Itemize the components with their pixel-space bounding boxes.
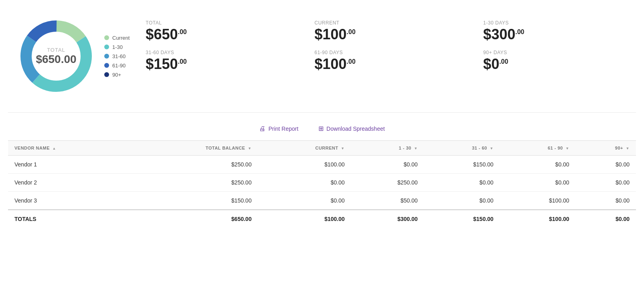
- legend-dot-1-30: [104, 45, 109, 49]
- sort-asc-icon: ▲: [53, 146, 56, 150]
- legend-label-61-90: 61-90: [112, 63, 126, 69]
- table-container: VENDOR NAME ▲ TOTAL BALANCE ▼ CURRENT ▼ …: [8, 140, 636, 228]
- stat-1-30-label: 1-30 DAYS: [483, 20, 628, 26]
- section-divider: [8, 112, 636, 113]
- cell-31-60: $150.00: [424, 156, 500, 174]
- sort-desc-icon-current: ▼: [341, 146, 344, 150]
- table-row: Vendor 2 $250.00 $0.00 $250.00 $0.00 $0.…: [8, 174, 636, 192]
- col-90plus[interactable]: 90+ ▼: [576, 141, 636, 156]
- legend-item-current: Current: [104, 35, 130, 41]
- stat-total-value: $650.00: [146, 27, 290, 42]
- sort-desc-icon-1-30: ▼: [414, 146, 417, 150]
- legend-dot-31-60: [104, 54, 109, 59]
- cell-current: $100.00: [258, 156, 351, 174]
- sort-desc-icon-total: ▼: [248, 146, 251, 150]
- cell-current: $0.00: [258, 174, 351, 192]
- cell-vendor: Vendor 2: [8, 174, 128, 192]
- cell-total: $250.00: [128, 156, 258, 174]
- top-section: TOTAL $650.00 Current 1-30 31-60: [8, 12, 636, 108]
- cell-31-60: $0.00: [424, 174, 500, 192]
- cell-total: $150.00: [128, 192, 258, 210]
- donut-total-label: TOTAL: [36, 47, 76, 53]
- col-current[interactable]: CURRENT ▼: [258, 141, 351, 156]
- col-total-balance[interactable]: TOTAL BALANCE ▼: [128, 141, 258, 156]
- stat-61-90-value: $100.00: [314, 57, 459, 71]
- stat-31-60: 31-60 DAYS $150.00: [146, 50, 290, 71]
- cell-1-30: $50.00: [351, 192, 424, 210]
- sort-desc-icon-61-90: ▼: [565, 146, 569, 150]
- legend-dot-current: [104, 35, 109, 40]
- spreadsheet-icon: ⊞: [318, 125, 324, 132]
- totals-31-60: $150.00: [424, 210, 500, 228]
- stat-current: CURRENT $100.00: [314, 20, 459, 42]
- table-row: Vendor 3 $150.00 $0.00 $50.00 $0.00 $100…: [8, 192, 636, 210]
- totals-row: TOTALS $650.00 $100.00 $300.00 $150.00 $…: [8, 210, 636, 228]
- totals-61-90: $100.00: [500, 210, 576, 228]
- cell-1-30: $0.00: [351, 156, 424, 174]
- donut-wrapper: TOTAL $650.00 Current 1-30 31-60: [16, 16, 130, 96]
- totals-current: $100.00: [258, 210, 351, 228]
- cell-61-90: $100.00: [500, 192, 576, 210]
- legend-dot-90plus: [104, 72, 109, 77]
- legend-item-61-90: 61-90: [104, 63, 130, 69]
- table-row: Vendor 1 $250.00 $100.00 $0.00 $150.00 $…: [8, 156, 636, 174]
- print-icon: 🖨: [259, 125, 265, 132]
- col-vendor-name[interactable]: VENDOR NAME ▲: [8, 141, 128, 156]
- totals-total: $650.00: [128, 210, 258, 228]
- legend-dot-61-90: [104, 63, 109, 68]
- aging-table: VENDOR NAME ▲ TOTAL BALANCE ▼ CURRENT ▼ …: [8, 141, 636, 228]
- donut-chart: TOTAL $650.00: [16, 16, 96, 96]
- cell-90plus: $0.00: [576, 156, 636, 174]
- cell-total: $250.00: [128, 174, 258, 192]
- cell-61-90: $0.00: [500, 174, 576, 192]
- stat-31-60-label: 31-60 DAYS: [146, 50, 290, 55]
- cell-vendor: Vendor 3: [8, 192, 128, 210]
- cell-90plus: $0.00: [576, 174, 636, 192]
- legend-item-31-60: 31-60: [104, 53, 130, 59]
- col-31-60[interactable]: 31 - 60 ▼: [424, 141, 500, 156]
- table-header-row: VENDOR NAME ▲ TOTAL BALANCE ▼ CURRENT ▼ …: [8, 141, 636, 156]
- legend-label-31-60: 31-60: [112, 53, 126, 59]
- totals-90plus: $0.00: [576, 210, 636, 228]
- stat-90plus: 90+ DAYS $0.00: [483, 50, 628, 71]
- cell-vendor: Vendor 1: [8, 156, 128, 174]
- print-label: Print Report: [268, 126, 298, 132]
- donut-center: TOTAL $650.00: [36, 47, 76, 66]
- download-label: Download Spreadsheet: [326, 126, 385, 132]
- chart-legend: Current 1-30 31-60 61-90 90+: [104, 35, 130, 78]
- stat-current-value: $100.00: [314, 27, 459, 42]
- cell-current: $0.00: [258, 192, 351, 210]
- col-1-30[interactable]: 1 - 30 ▼: [351, 141, 424, 156]
- stat-61-90: 61-90 DAYS $100.00: [314, 50, 459, 71]
- download-spreadsheet-button[interactable]: ⊞ Download Spreadsheet: [314, 122, 389, 135]
- stat-1-30-value: $300.00: [483, 27, 628, 42]
- cell-31-60: $0.00: [424, 192, 500, 210]
- sort-desc-icon-31-60: ▼: [490, 146, 493, 150]
- stat-current-label: CURRENT: [314, 20, 459, 26]
- totals-1-30: $300.00: [351, 210, 424, 228]
- col-61-90[interactable]: 61 - 90 ▼: [500, 141, 576, 156]
- stat-total-label: TOTAL: [146, 20, 290, 26]
- sort-desc-icon-90plus: ▼: [626, 146, 630, 150]
- stat-1-30: 1-30 DAYS $300.00: [483, 20, 628, 42]
- stat-31-60-value: $150.00: [146, 57, 290, 71]
- stat-total: TOTAL $650.00: [146, 20, 290, 42]
- stats-grid: TOTAL $650.00 CURRENT $100.00 1-30 DAYS …: [146, 16, 628, 71]
- legend-item-1-30: 1-30: [104, 44, 130, 50]
- cell-1-30: $250.00: [351, 174, 424, 192]
- legend-label-current: Current: [112, 35, 130, 41]
- legend-item-90plus: 90+: [104, 72, 130, 78]
- cell-90plus: $0.00: [576, 192, 636, 210]
- totals-label: TOTALS: [8, 210, 128, 228]
- legend-label-1-30: 1-30: [112, 44, 123, 50]
- stat-90plus-label: 90+ DAYS: [483, 50, 628, 55]
- stat-90plus-value: $0.00: [483, 57, 628, 71]
- donut-total-amount: $650.00: [36, 53, 76, 66]
- stat-61-90-label: 61-90 DAYS: [314, 50, 459, 55]
- legend-label-90plus: 90+: [112, 72, 121, 78]
- print-report-button[interactable]: 🖨 Print Report: [255, 122, 302, 135]
- cell-61-90: $0.00: [500, 156, 576, 174]
- main-container: TOTAL $650.00 Current 1-30 31-60: [0, 0, 644, 302]
- actions-bar: 🖨 Print Report ⊞ Download Spreadsheet: [8, 117, 636, 140]
